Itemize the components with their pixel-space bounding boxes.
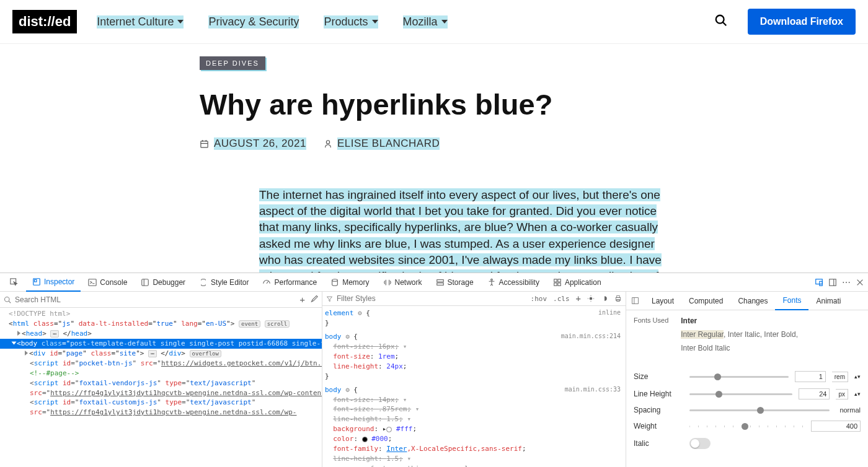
svg-rect-18 (554, 279, 557, 281)
svg-rect-16 (436, 282, 443, 285)
font-variants: , Inter Italic, Inter Bold, (724, 330, 798, 339)
add-element-icon[interactable]: + (299, 294, 305, 305)
right-panel: Layout Computed Changes Fonts Animati Fo… (626, 292, 868, 467)
svg-line-1 (723, 22, 727, 26)
devtools-panel: Inspector Console Debugger Style Editor … (0, 273, 868, 467)
calendar-icon (200, 139, 209, 149)
chevron-down-icon (441, 20, 448, 24)
svg-rect-19 (558, 279, 560, 281)
search-icon (4, 296, 11, 303)
tab-application[interactable]: Application (547, 273, 608, 292)
font-size-control[interactable]: Size1rem▴▾ (634, 371, 861, 382)
svg-line-13 (267, 281, 268, 284)
html-search-bar: + (0, 292, 322, 308)
svg-rect-9 (35, 279, 37, 282)
css-rules[interactable]: inlineelement ⚙ {} main.min.css:214body … (322, 306, 626, 467)
nav-mozilla[interactable]: Mozilla (403, 15, 448, 28)
svg-rect-11 (142, 279, 149, 286)
nav-internet-culture[interactable]: Internet Culture (97, 15, 184, 28)
chevron-down-icon (372, 20, 378, 24)
svg-line-29 (9, 301, 11, 303)
search-icon[interactable] (714, 14, 728, 30)
print-icon[interactable] (614, 295, 622, 302)
html-panel: + <!DOCTYPE html> <html class="js" data-… (0, 292, 322, 467)
font-variants-2: Inter Bold Italic (681, 344, 798, 352)
tab-accessibility[interactable]: Accessibility (481, 273, 546, 292)
article-meta: AUGUST 26, 2021 ELISE BLANCHARD (200, 137, 670, 150)
light-mode-icon[interactable] (587, 295, 595, 302)
svg-point-0 (716, 15, 724, 24)
article-body: The internet has ingrained itself into e… (200, 187, 670, 284)
line-height-control[interactable]: Line Height24px▴▾ (634, 388, 861, 399)
tab-debugger[interactable]: Debugger (135, 273, 192, 292)
rtab-layout[interactable]: Layout (644, 292, 681, 310)
add-rule-icon[interactable]: + (576, 294, 581, 303)
fonts-used-label: Fonts Used (634, 316, 668, 352)
cls-toggle[interactable]: .cls (553, 295, 570, 303)
rtab-changes[interactable]: Changes (730, 292, 775, 310)
more-options-icon[interactable]: ⋯ (842, 277, 851, 287)
rtab-computed[interactable]: Computed (681, 292, 730, 310)
rtab-fonts[interactable]: Fonts (775, 292, 808, 310)
tab-memory[interactable]: Memory (324, 273, 375, 292)
nav-products[interactable]: Products (324, 15, 378, 28)
devtools-toolbar: Inspector Console Debugger Style Editor … (0, 273, 868, 292)
svg-rect-36 (617, 296, 620, 298)
filter-icon (326, 295, 333, 302)
filter-styles-input[interactable] (337, 294, 527, 303)
font-family-name: Inter (681, 316, 798, 325)
category-tag[interactable]: DEEP DIVES (200, 56, 265, 70)
svg-rect-23 (820, 281, 822, 286)
hov-toggle[interactable]: :hov (531, 295, 547, 303)
download-firefox-button[interactable]: Download Firefox (748, 9, 856, 35)
svg-rect-24 (830, 279, 836, 286)
site-header: dist://ed Internet Culture Privacy & Sec… (0, 0, 868, 44)
weight-control[interactable]: Weight400 (634, 421, 861, 432)
article-title: Why are hyperlinks blue? (200, 87, 670, 121)
site-logo[interactable]: dist://ed (12, 10, 77, 33)
selected-node: <body class="post-template-default singl… (0, 339, 322, 349)
tab-console[interactable]: Console (82, 273, 133, 292)
svg-rect-2 (201, 141, 208, 147)
svg-point-14 (332, 279, 338, 281)
svg-rect-38 (632, 298, 639, 304)
tab-storage[interactable]: Storage (430, 273, 480, 292)
svg-point-30 (590, 297, 593, 300)
layout-panel-icon[interactable] (631, 297, 639, 305)
tab-performance[interactable]: Performance (256, 273, 323, 292)
dom-tree[interactable]: <!DOCTYPE html> <html class="js" data-lt… (0, 308, 322, 419)
responsive-mode-icon[interactable] (815, 278, 823, 287)
person-icon (324, 139, 332, 148)
svg-rect-15 (436, 279, 443, 282)
dark-mode-icon[interactable] (601, 295, 608, 302)
dock-icon[interactable] (828, 278, 837, 287)
nav-privacy-security[interactable]: Privacy & Security (208, 15, 299, 28)
article-date: AUGUST 26, 2021 (200, 137, 306, 150)
article: DEEP DIVES Why are hyperlinks blue? AUGU… (0, 44, 868, 284)
tab-style-editor[interactable]: Style Editor (193, 273, 255, 292)
svg-point-17 (490, 279, 492, 281)
chevron-down-icon (177, 20, 184, 24)
rtab-animations[interactable]: Animati (808, 292, 848, 310)
italic-control[interactable]: Italic (634, 438, 861, 449)
html-search-input[interactable] (15, 295, 296, 304)
close-icon[interactable] (856, 278, 864, 287)
svg-rect-21 (558, 282, 560, 285)
tab-inspector[interactable]: Inspector (26, 273, 81, 292)
styles-panel: :hov .cls + inlineelement ⚙ {} main.min.… (322, 292, 626, 467)
svg-rect-20 (554, 282, 557, 285)
eyedropper-icon[interactable] (310, 294, 318, 302)
svg-point-28 (5, 297, 10, 302)
italic-toggle[interactable] (689, 438, 711, 449)
element-picker-icon[interactable] (4, 273, 25, 292)
article-author[interactable]: ELISE BLANCHARD (324, 137, 440, 150)
spacing-control[interactable]: Spacingnormal (634, 406, 861, 414)
svg-point-6 (326, 141, 329, 144)
tab-network[interactable]: Network (377, 273, 428, 292)
main-nav: Internet Culture Privacy & Security Prod… (97, 15, 447, 28)
